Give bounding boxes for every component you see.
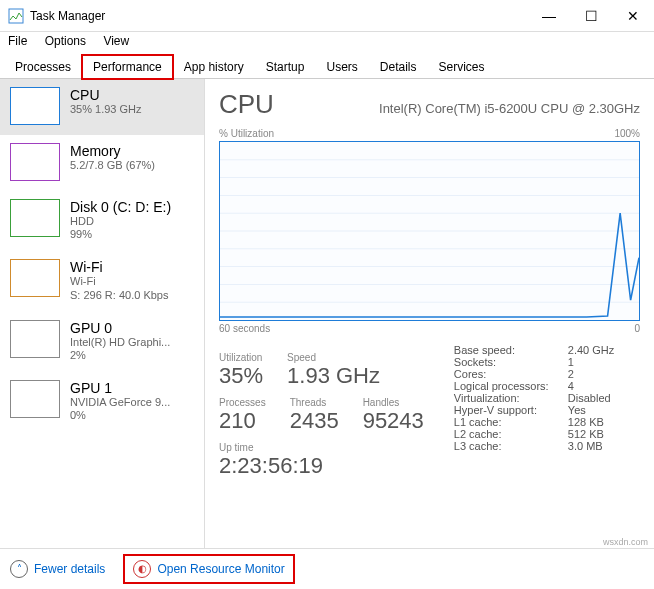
cpu-model: Intel(R) Core(TM) i5-6200U CPU @ 2.30GHz bbox=[379, 101, 640, 116]
speed-value: 1.93 GHz bbox=[287, 363, 380, 389]
chevron-up-icon: ˄ bbox=[10, 560, 28, 578]
menu-options[interactable]: Options bbox=[45, 34, 86, 48]
fewer-details-button[interactable]: ˄ Fewer details bbox=[10, 560, 105, 578]
tab-performance[interactable]: Performance bbox=[82, 55, 173, 79]
tab-app-history[interactable]: App history bbox=[173, 55, 255, 79]
maximize-button[interactable]: ☐ bbox=[570, 0, 612, 32]
page-title: CPU bbox=[219, 89, 274, 120]
sidebar-item-gpu1[interactable]: GPU 1NVIDIA GeForce 9...0% bbox=[0, 372, 204, 432]
processes-value: 210 bbox=[219, 408, 266, 434]
app-icon bbox=[8, 8, 24, 24]
tab-services[interactable]: Services bbox=[428, 55, 496, 79]
tab-startup[interactable]: Startup bbox=[255, 55, 316, 79]
tabs: Processes Performance App history Startu… bbox=[0, 54, 654, 79]
gpu1-thumb-icon bbox=[10, 380, 60, 418]
cpu-thumb-icon bbox=[10, 87, 60, 125]
close-button[interactable]: ✕ bbox=[612, 0, 654, 32]
sidebar-item-wifi[interactable]: Wi-FiWi-FiS: 296 R: 40.0 Kbps bbox=[0, 251, 204, 311]
tab-processes[interactable]: Processes bbox=[4, 55, 82, 79]
minimize-button[interactable]: — bbox=[528, 0, 570, 32]
uptime-value: 2:23:56:19 bbox=[219, 453, 424, 479]
menubar: File Options View bbox=[0, 32, 654, 54]
utilization-value: 35% bbox=[219, 363, 263, 389]
open-resource-monitor-link[interactable]: ◐ Open Resource Monitor bbox=[133, 560, 284, 578]
gpu0-thumb-icon bbox=[10, 320, 60, 358]
sidebar-item-memory[interactable]: Memory5.2/7.8 GB (67%) bbox=[0, 135, 204, 191]
wifi-thumb-icon bbox=[10, 259, 60, 297]
disk-thumb-icon bbox=[10, 199, 60, 237]
sidebar-item-cpu[interactable]: CPU35% 1.93 GHz bbox=[0, 79, 204, 135]
resource-monitor-icon: ◐ bbox=[133, 560, 151, 578]
footer: ˄ Fewer details ◐ Open Resource Monitor bbox=[0, 548, 654, 588]
sidebar-item-disk[interactable]: Disk 0 (C: D: E:)HDD99% bbox=[0, 191, 204, 251]
tab-details[interactable]: Details bbox=[369, 55, 428, 79]
cpu-specs: Base speed:2.40 GHz Sockets:1 Cores:2 Lo… bbox=[454, 344, 614, 479]
memory-thumb-icon bbox=[10, 143, 60, 181]
titlebar: Task Manager — ☐ ✕ bbox=[0, 0, 654, 32]
cpu-utilization-chart[interactable] bbox=[219, 141, 640, 321]
sidebar-item-gpu0[interactable]: GPU 0Intel(R) HD Graphi...2% bbox=[0, 312, 204, 372]
sidebar: CPU35% 1.93 GHz Memory5.2/7.8 GB (67%) D… bbox=[0, 79, 205, 548]
tab-users[interactable]: Users bbox=[315, 55, 368, 79]
watermark: wsxdn.com bbox=[603, 537, 648, 547]
threads-value: 2435 bbox=[290, 408, 339, 434]
handles-value: 95243 bbox=[363, 408, 424, 434]
main-panel: CPU Intel(R) Core(TM) i5-6200U CPU @ 2.3… bbox=[205, 79, 654, 548]
window-title: Task Manager bbox=[30, 9, 528, 23]
menu-view[interactable]: View bbox=[103, 34, 129, 48]
menu-file[interactable]: File bbox=[8, 34, 27, 48]
